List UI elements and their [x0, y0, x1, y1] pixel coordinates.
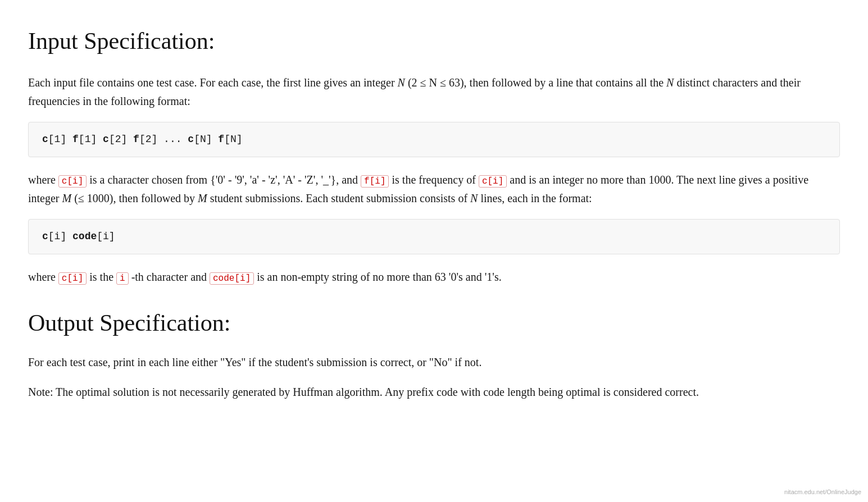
inline-ci1: c[i]	[58, 175, 87, 188]
math-n2: N	[666, 76, 674, 89]
code-block-1: c[1] f[1] c[2] f[2] ... c[N] f[N]	[28, 122, 840, 157]
inline-fi: f[i]	[361, 175, 389, 188]
math-n1: N	[398, 76, 405, 89]
code-block-2: c[i] code[i]	[28, 219, 840, 254]
inline-ci3: c[i]	[58, 272, 87, 285]
math-m2: M	[198, 192, 207, 204]
input-para1: Each input file contains one test case. …	[28, 74, 840, 111]
input-para2: where c[i] is a character chosen from {'…	[28, 171, 840, 208]
inline-i: i	[116, 272, 129, 285]
output-para2: Note: The optimal solution is not necess…	[28, 383, 840, 401]
output-para1: For each test case, print in each line e…	[28, 353, 840, 372]
math-m1: M	[62, 192, 72, 204]
output-spec-title: Output Specification:	[28, 304, 840, 342]
math-n3: N	[470, 192, 478, 204]
input-spec-title: Input Specification:	[28, 22, 840, 60]
input-para3: where c[i] is the i -th character and co…	[28, 268, 840, 286]
inline-codei: code[i]	[210, 272, 254, 285]
inline-ci2: c[i]	[479, 175, 507, 188]
